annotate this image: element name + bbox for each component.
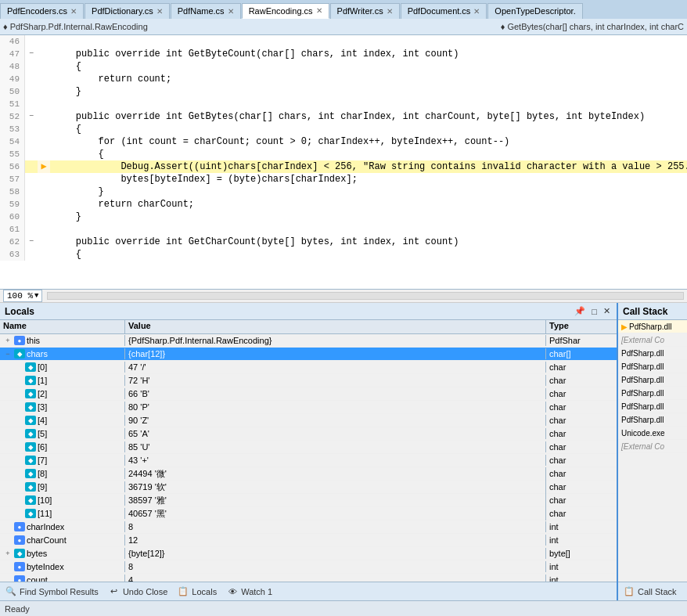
callstack-item[interactable]: PdfSharp.dll — [618, 373, 687, 387]
var-name-label: [6] — [38, 442, 47, 452]
tab-rawencoding[interactable]: RawEncoding.cs ✕ — [242, 3, 329, 19]
var-type-icon: ◆ — [25, 429, 36, 438]
table-row[interactable]: ◆[10]38597 '雅'char — [0, 494, 617, 507]
tab-pdfdictionary[interactable]: PdfDictionary.cs ✕ — [85, 3, 170, 19]
table-row[interactable]: ◆[3]80 'P'char — [0, 401, 617, 414]
callstack-tab-button[interactable]: 📋 Call Stack — [623, 585, 677, 598]
callstack-item[interactable]: PdfSharp.dll — [618, 400, 687, 413]
zoom-dropdown-icon[interactable]: ▼ — [34, 292, 38, 300]
line-content: public override int GetByteCount(char[] … — [50, 48, 687, 60]
callstack-item[interactable]: PdfSharp.dll — [618, 387, 687, 400]
callstack-item[interactable]: [External Co — [618, 333, 687, 347]
watch-button[interactable]: 👁 Watch 1 — [226, 585, 272, 598]
table-row[interactable]: ◆[6]85 'U'char — [0, 441, 617, 454]
callstack-item[interactable]: PdfSharp.dll — [618, 360, 687, 373]
tab-pdfdocument-label: PdfDocument.cs — [408, 6, 471, 16]
expand-icon[interactable]: + — [3, 549, 13, 557]
table-row[interactable]: ◆[8]24494 '微'char — [0, 467, 617, 481]
var-name-cell: ●charCount — [0, 535, 125, 546]
tab-pdfname[interactable]: PdfName.cs ✕ — [171, 3, 241, 19]
var-name-cell: ◆[4] — [0, 415, 125, 426]
locals-tab-button[interactable]: 📋 Locals — [177, 585, 217, 598]
var-type-cell: int — [546, 535, 617, 546]
table-row[interactable]: ●count4int — [0, 574, 617, 582]
undo-close-button[interactable]: ↩ Undo Close — [108, 585, 167, 598]
var-value-cell: 85 'U' — [125, 441, 546, 452]
line-content: bytes[byteIndex] = (byte)chars[charIndex… — [50, 173, 687, 186]
line-content: { — [50, 248, 687, 261]
line-content: } — [50, 85, 687, 98]
callstack-item[interactable]: PdfSharp.dll — [618, 347, 687, 360]
callstack-tab-icon: 📋 — [623, 585, 635, 598]
collapse-icon[interactable]: − — [25, 48, 38, 60]
table-row[interactable]: ◆[1]72 'H'char — [0, 374, 617, 387]
locals-pin-button[interactable]: 📌 — [573, 306, 587, 316]
table-row[interactable]: ◆[7]43 '+'char — [0, 454, 617, 467]
callstack-item-label: [External Co — [621, 442, 664, 451]
var-value-cell: 8 — [125, 561, 546, 572]
tab-pdfwriter-close[interactable]: ✕ — [387, 7, 393, 16]
status-text: Ready — [5, 604, 30, 614]
var-value-cell: {PdfSharp.Pdf.Internal.RawEncoding} — [125, 335, 546, 346]
var-value-cell: 4 — [125, 575, 546, 582]
line-number: 59 — [0, 198, 25, 211]
table-row[interactable]: ●charCount12int — [0, 534, 617, 547]
locals-tab-label: Locals — [192, 587, 217, 596]
var-value-cell: 43 '+' — [125, 455, 546, 466]
col-header-name: Name — [0, 320, 125, 333]
callstack-item[interactable]: [External Co — [618, 440, 687, 453]
tab-opentypedescriptor[interactable]: OpenTypeDescriptor. — [487, 3, 582, 19]
tab-rawencoding-close[interactable]: ✕ — [316, 6, 322, 15]
var-type-cell: char — [546, 468, 617, 479]
find-symbol-button[interactable]: 🔍 Find Symbol Results — [5, 585, 99, 598]
tab-pdfwriter[interactable]: PdfWriter.cs ✕ — [330, 3, 400, 19]
code-line-51: 51 — [0, 98, 687, 110]
horizontal-scrollbar[interactable] — [47, 292, 684, 300]
table-row[interactable]: ●byteIndex8int — [0, 560, 617, 574]
var-type-cell: int — [546, 521, 617, 532]
table-row[interactable]: ◆[9]36719 '软'char — [0, 481, 617, 494]
code-line-62: 62− public override int GetCharCount(byt… — [0, 236, 687, 248]
tab-pdfname-close[interactable]: ✕ — [228, 7, 234, 16]
code-lines: 4647− public override int GetByteCount(c… — [0, 35, 687, 261]
var-value-cell: 40657 '黑' — [125, 507, 546, 521]
line-content: public override int GetBytes(char[] char… — [50, 110, 687, 123]
tab-pdfdictionary-close[interactable]: ✕ — [156, 7, 163, 16]
table-row[interactable]: ◆[5]65 'A'char — [0, 427, 617, 441]
table-row[interactable]: +●this{PdfSharp.Pdf.Internal.RawEncoding… — [0, 334, 617, 348]
table-row[interactable]: ◆[11]40657 '黑'char — [0, 507, 617, 521]
callstack-item[interactable]: PdfSharp.dll — [618, 413, 687, 427]
table-row[interactable]: ●charIndex8int — [0, 521, 617, 534]
code-line-49: 49 return count; — [0, 73, 687, 85]
callstack-item[interactable]: ▶PdfSharp.dll — [618, 320, 687, 333]
tab-pdfencoders[interactable]: PdfEncoders.cs ✕ — [0, 3, 84, 19]
expand-icon[interactable]: + — [3, 337, 13, 344]
breadcrumb-left[interactable]: ♦ PdfSharp.Pdf.Internal.RawEncoding — [3, 22, 501, 31]
tab-pdfdocument[interactable]: PdfDocument.cs ✕ — [401, 3, 487, 19]
var-type-icon: ◆ — [14, 549, 25, 558]
var-value-cell: 65 'A' — [125, 428, 546, 439]
line-content: { — [50, 60, 687, 73]
table-row[interactable]: ◆[4]90 'Z'char — [0, 414, 617, 427]
table-row[interactable]: ◆[0]47 '/'char — [0, 361, 617, 374]
table-row[interactable]: +◆bytes{byte[12]}byte[] — [0, 547, 617, 560]
locals-move-button[interactable]: □ — [590, 307, 599, 316]
var-name-label: [10] — [38, 495, 52, 505]
tab-pdfdocument-close[interactable]: ✕ — [473, 7, 480, 16]
callstack-items: ▶PdfSharp.dll[External CoPdfSharp.dllPdf… — [618, 320, 687, 453]
code-editor[interactable]: 4647− public override int GetByteCount(c… — [0, 35, 687, 289]
locals-close-button[interactable]: ✕ — [602, 306, 612, 316]
tab-opentypedescriptor-label: OpenTypeDescriptor. — [495, 6, 575, 16]
table-row[interactable]: −◆chars{char[12]}char[] — [0, 348, 617, 361]
expand-icon[interactable]: − — [3, 350, 13, 358]
var-type-cell: char — [546, 508, 617, 519]
callstack-title: Call Stack — [623, 306, 667, 317]
collapse-icon[interactable]: − — [25, 236, 38, 248]
callstack-item[interactable]: Unicode.exe — [618, 427, 687, 440]
tab-pdfencoders-close[interactable]: ✕ — [70, 7, 77, 16]
tabs-bar: PdfEncoders.cs ✕ PdfDictionary.cs ✕ PdfN… — [0, 0, 687, 19]
zoom-control[interactable]: 100 % ▼ — [3, 290, 42, 302]
table-row[interactable]: ◆[2]66 'B'char — [0, 387, 617, 401]
collapse-icon[interactable]: − — [25, 110, 38, 123]
bottom-toolbar: 🔍 Find Symbol Results ↩ Undo Close 📋 Loc… — [0, 582, 617, 600]
